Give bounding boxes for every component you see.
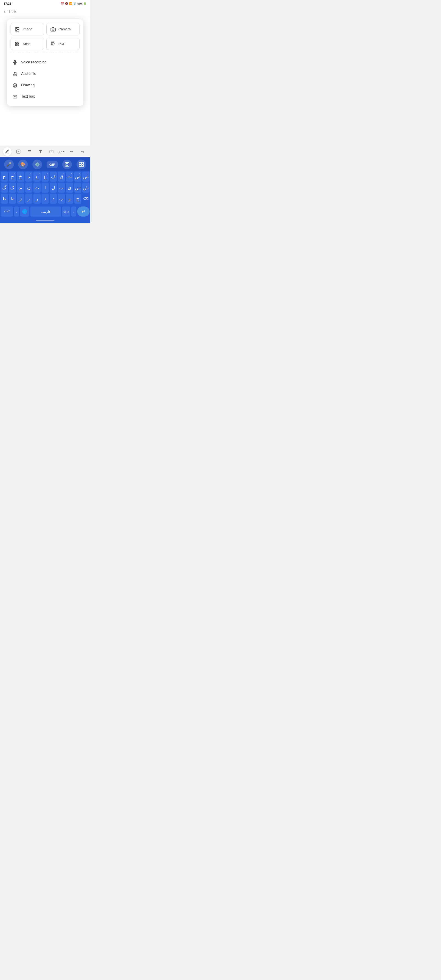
kb-key-2-6[interactable]: د [49, 194, 57, 204]
pen-tool-button[interactable] [3, 147, 12, 156]
keyboard-layout-button[interactable] [76, 160, 86, 169]
voice-recording-label: Voice recording [21, 60, 46, 64]
kb-key-0-10[interactable]: ١ض [82, 172, 89, 182]
mic-icon [12, 59, 18, 65]
kb-key-0-2[interactable]: خ [17, 172, 24, 182]
menu-item-camera[interactable]: Camera [46, 23, 80, 35]
menu-list: Voice recording Audio file [11, 57, 80, 102]
svg-rect-4 [18, 42, 19, 44]
keyboard-period-key[interactable]: . [71, 207, 76, 216]
kb-key-1-6[interactable]: ل [49, 183, 57, 193]
keyboard-gif-button[interactable]: GIF [47, 161, 58, 168]
top-bar: ‹ Title [0, 6, 90, 17]
font-size-value: 17 [58, 150, 62, 154]
audio-file-label: Audio file [21, 72, 36, 76]
kb-key-2-7[interactable]: پ [58, 194, 65, 204]
keyboard-top-row: 🎤 🎨 ⚙️ GIF [0, 158, 90, 171]
font-size-arrow-icon: ▼ [62, 150, 65, 153]
pdf-icon: PDF [50, 41, 56, 47]
svg-rect-36 [81, 165, 83, 167]
keyboard-rows: ج٩حخ٨ه٧ع٦غ٥ف۴ق٣ث٢ص١ضگکمنتالبیسشظطژزرذدپو… [0, 171, 90, 205]
kb-key-1-4[interactable]: ت [33, 183, 41, 193]
kb-key-1-0[interactable]: گ [1, 183, 8, 193]
mute-icon: 🔇 [65, 2, 68, 5]
home-bar [36, 220, 54, 221]
redo-button[interactable]: ↪ [78, 147, 87, 156]
font-size-button[interactable]: 17 ▼ [58, 150, 65, 154]
kb-key-1-10[interactable]: ش [82, 183, 89, 193]
undo-button[interactable]: ↩ [67, 147, 76, 156]
text-box-label: Text box [21, 94, 35, 99]
menu-item-audio-file[interactable]: Audio file [11, 68, 80, 80]
back-button[interactable]: ‹ [4, 8, 5, 14]
toolbar: T 17 ▼ ↩ ↪ [0, 146, 90, 158]
kb-key-1-3[interactable]: ن [25, 183, 33, 193]
wifi-icon: 📶 [69, 2, 72, 5]
time: 17:28 [4, 2, 11, 5]
keyboard-mic-button[interactable]: 🎤 [4, 160, 14, 169]
kb-key-1-8[interactable]: ی [66, 183, 73, 193]
kb-key-1-7[interactable]: ب [58, 183, 65, 193]
kb-key-2-2[interactable]: ژ [17, 194, 24, 204]
keyboard-sticker-button[interactable] [62, 160, 72, 169]
checkbox-button[interactable] [14, 147, 23, 156]
scan-label: Scan [23, 42, 30, 46]
menu-item-pdf[interactable]: PDF PDF [46, 38, 80, 50]
svg-rect-33 [79, 162, 81, 164]
text-format-button[interactable] [25, 147, 34, 156]
menu-item-image[interactable]: Image [11, 23, 44, 35]
kb-key-2-8[interactable]: و [66, 194, 73, 204]
kb-key-0-7[interactable]: ۴ق [58, 172, 65, 182]
pdf-label: PDF [59, 42, 65, 46]
svg-text:T: T [14, 96, 15, 98]
main-content: Image Camera [0, 17, 90, 146]
keyboard-numbers-key[interactable]: ؟۳۲۱ [1, 207, 13, 216]
image-icon [14, 26, 20, 32]
svg-rect-14 [14, 60, 16, 63]
kb-key-0-1[interactable]: ٩ح [9, 172, 16, 182]
kb-key-2-3[interactable]: ز [25, 194, 33, 204]
kb-key-2-9[interactable]: چ [74, 194, 81, 204]
kb-key-2-10[interactable]: ⌫ [82, 194, 89, 204]
kb-key-0-4[interactable]: ٧ع [33, 172, 41, 182]
kb-key-0-3[interactable]: ٨ه [25, 172, 33, 182]
kb-key-1-1[interactable]: ک [9, 183, 16, 193]
scan-icon [14, 41, 20, 47]
keyboard-settings-button[interactable]: ⚙️ [32, 160, 42, 169]
menu-item-scan[interactable]: Scan [11, 38, 44, 50]
kb-key-2-0[interactable]: ظ [1, 194, 8, 204]
keyboard-row-1: گکمنتالبیسش [1, 183, 89, 193]
kb-key-1-5[interactable]: ا [41, 183, 49, 193]
drawing-icon [12, 83, 18, 88]
kb-key-2-1[interactable]: ط [9, 194, 16, 204]
keyboard: 🎤 🎨 ⚙️ GIF ج٩حخ٨ه٧ع٦غ٥ف۴ق٣ث٢ص١ضگکمنتالبی… [0, 158, 90, 223]
kb-key-1-9[interactable]: س [74, 183, 81, 193]
menu-item-drawing[interactable]: Drawing [11, 80, 80, 91]
keyboard-arrow-left-key[interactable]: ◁ ▷ [62, 207, 70, 216]
kb-key-0-9[interactable]: ٢ص [74, 172, 81, 182]
kb-key-0-5[interactable]: ٦غ [41, 172, 49, 182]
kb-key-1-2[interactable]: م [17, 183, 24, 193]
kb-key-0-6[interactable]: ٥ف [49, 172, 57, 182]
keyboard-comma-key[interactable]: ، [14, 207, 19, 216]
svg-point-32 [67, 164, 68, 164]
kb-key-2-5[interactable]: ذ [41, 194, 49, 204]
keyboard-globe-key[interactable]: 🌐 [20, 207, 29, 216]
svg-rect-5 [16, 45, 17, 46]
menu-item-text-box[interactable]: T Text box [11, 91, 80, 102]
audio-icon [12, 71, 18, 76]
keyboard-enter-key[interactable]: ↵ [77, 207, 89, 216]
keyboard-bottom-row: ؟۳۲۱ ، 🌐 فارسی ◁ ▷ . ↵ [0, 205, 90, 218]
keyboard-space-key[interactable]: فارسی [30, 207, 61, 216]
svg-point-1 [16, 28, 17, 29]
keyboard-palette-button[interactable]: 🎨 [18, 160, 28, 169]
svg-text:PDF: PDF [51, 44, 54, 45]
menu-item-voice-recording[interactable]: Voice recording [11, 57, 80, 68]
svg-rect-34 [81, 162, 83, 164]
text-button[interactable] [36, 147, 45, 156]
svg-rect-24 [17, 150, 20, 153]
kb-key-0-8[interactable]: ٣ث [66, 172, 73, 182]
kb-key-0-0[interactable]: ج [1, 172, 8, 182]
kb-key-2-4[interactable]: ر [33, 194, 41, 204]
text-box-toolbar-button[interactable]: T [47, 147, 56, 156]
